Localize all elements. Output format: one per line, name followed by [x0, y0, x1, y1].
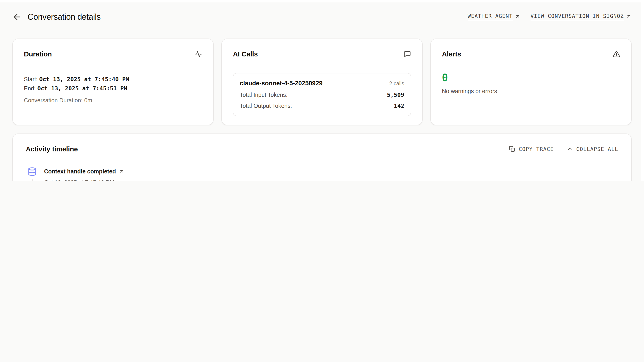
copy-icon [509, 146, 515, 152]
weather-agent-link[interactable]: WEATHER AGENT [468, 13, 520, 21]
ai-calls-card-title: AI Calls [233, 50, 258, 58]
external-link-icon [119, 169, 125, 174]
database-icon [28, 167, 37, 176]
activity-timeline-card: Activity timeline COPY TRACE COLLAPSE AL… [12, 134, 632, 181]
back-button[interactable] [12, 12, 22, 21]
timeline-list: Context handle completed Oct 13, 2025 at… [26, 167, 618, 181]
input-tokens-value: 5,509 [387, 90, 404, 100]
page-title: Conversation details [28, 12, 100, 22]
activity-timeline-title: Activity timeline [26, 145, 78, 153]
view-conversation-signoz-link[interactable]: VIEW CONVERSATION IN SIGNOZ [530, 13, 632, 21]
page-header: Conversation details WEATHER AGENT VIEW … [12, 10, 632, 23]
model-call-count: 2 calls [389, 78, 404, 89]
activity-icon [195, 50, 202, 60]
start-time-row: Start: Oct 13, 2025 at 7:45:40 PM [24, 75, 202, 84]
end-time-value: Oct 13, 2025 at 7:45:51 PM [37, 85, 127, 92]
model-usage-box: claude-sonnet-4-5-20250929 2 calls Total… [233, 73, 411, 116]
scrollbar-track[interactable] [641, 0, 644, 181]
ai-calls-card: AI Calls claude-sonnet-4-5-20250929 2 ca… [222, 38, 422, 125]
chevron-up-icon [566, 146, 572, 152]
message-square-icon [404, 50, 411, 60]
alert-count: 0 [442, 72, 620, 84]
start-time-value: Oct 13, 2025 at 7:45:40 PM [39, 76, 129, 83]
conversation-details-page: Conversation details WEATHER AGENT VIEW … [0, 0, 644, 181]
timeline-event-link[interactable]: Context handle completed [44, 167, 618, 176]
triangle-alert-icon [613, 50, 620, 60]
timeline-event-timestamp: Oct 13, 2025 at 7:45:40 PM [44, 178, 618, 181]
end-time-row: End: Oct 13, 2025 at 7:45:51 PM [24, 84, 202, 93]
conversation-duration-value: 0m [84, 97, 92, 104]
alert-message: No warnings or errors [442, 87, 620, 96]
duration-card-title: Duration [24, 50, 52, 58]
duration-card: Duration Start: Oct 13, 2025 at 7:45:40 … [12, 38, 214, 125]
top-strip [0, 0, 644, 2]
conversation-duration-row: Conversation Duration: 0m [24, 96, 202, 105]
alerts-card: Alerts 0 No warnings or errors [430, 38, 632, 125]
external-link-icon [515, 14, 520, 19]
collapse-all-button[interactable]: COLLAPSE ALL [566, 146, 618, 152]
summary-cards-row: Duration Start: Oct 13, 2025 at 7:45:40 … [12, 38, 632, 125]
copy-trace-button[interactable]: COPY TRACE [509, 146, 554, 152]
timeline-event: Context handle completed Oct 13, 2025 at… [26, 167, 618, 181]
alerts-card-title: Alerts [442, 50, 461, 58]
external-link-icon [626, 14, 632, 19]
output-tokens-row: Total Output Tokens: 142 [240, 101, 404, 111]
output-tokens-value: 142 [394, 101, 404, 111]
input-tokens-row: Total Input Tokens: 5,509 [240, 90, 404, 100]
model-name: claude-sonnet-4-5-20250929 [240, 78, 322, 89]
page-content: Conversation details WEATHER AGENT VIEW … [0, 3, 644, 181]
arrow-left-icon [12, 12, 22, 21]
